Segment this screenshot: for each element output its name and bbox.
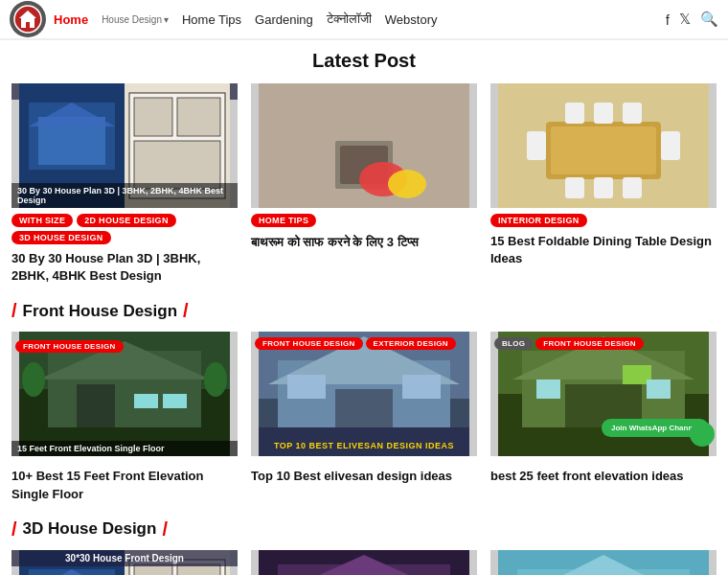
tag-2d-design[interactable]: 2D HOUSE DESIGN — [77, 214, 176, 227]
front-card3-title[interactable]: best 25 feet front elevation ideas — [490, 468, 717, 485]
svg-rect-19 — [527, 131, 546, 160]
svg-rect-51 — [647, 380, 671, 399]
card1-tags: WITH SIZE 2D HOUSE DESIGN 3D HOUSE DESIG… — [11, 214, 238, 244]
svg-rect-25 — [594, 177, 613, 198]
front3-tag-overlay: BLOG FRONT HOUSE DESIGN — [494, 337, 644, 350]
svg-rect-24 — [565, 177, 584, 198]
front1-tag-overlay: FRONT HOUSE DESIGN — [15, 337, 124, 352]
main-content: Latest Post 30*30 House Front Design — [0, 40, 728, 575]
card1-title[interactable]: 30 By 30 House Plan 3D | 3BHK, 2BHK, 4BH… — [11, 250, 238, 285]
front-card1-title[interactable]: 10+ Best 15 Feet Front Elevation Single … — [11, 468, 238, 502]
3d-card2-thumb[interactable] — [251, 550, 477, 575]
svg-point-35 — [204, 362, 227, 397]
svg-rect-23 — [623, 103, 642, 124]
card3-title[interactable]: 15 Best Foldable Dining Table Design Ide… — [490, 233, 717, 267]
3d-card1-label: 30*30 House Front Design — [11, 550, 238, 566]
svg-rect-32 — [134, 394, 158, 408]
site-logo[interactable] — [10, 1, 46, 37]
svg-rect-22 — [594, 103, 613, 124]
front-card2-thumb[interactable]: FRONT HOUSE DESIGN EXTERIOR DESIGN TOP 1… — [251, 332, 477, 456]
latest-post-grid: 30*30 House Front Design 30 By 30 House … — [11, 83, 717, 285]
nav-house-design[interactable]: House Design ▾ — [102, 14, 169, 25]
3d-house-grid: 30*30 House Front Design — [11, 550, 717, 575]
nav-home-tips[interactable]: Home Tips — [182, 12, 241, 27]
svg-rect-42 — [402, 375, 441, 399]
front-card2-title[interactable]: Top 10 Best elivesan design ideas — [251, 468, 477, 485]
site-header: Home House Design ▾ Home Tips Gardening … — [0, 0, 728, 40]
front-house-grid: FRONT HOUSE DESIGN 15 Feet Front Elevati… — [11, 332, 717, 502]
search-icon[interactable]: 🔍 — [700, 11, 718, 28]
tag-with-size[interactable]: WITH SIZE — [11, 214, 73, 227]
svg-rect-20 — [661, 131, 680, 160]
svg-rect-21 — [565, 103, 584, 124]
facebook-icon[interactable]: f — [666, 12, 670, 28]
main-nav: Home House Design ▾ Home Tips Gardening … — [54, 12, 666, 27]
front1-overlay: 15 Feet Front Elevation Single Floor — [11, 441, 238, 456]
nav-technology[interactable]: टेक्नोलॉजी — [327, 12, 372, 27]
svg-rect-7 — [134, 98, 172, 136]
svg-point-15 — [388, 170, 426, 198]
svg-rect-33 — [163, 394, 187, 408]
3d-card3-thumb[interactable] — [490, 550, 717, 575]
3d-house-section-title: / 3D House Design / — [11, 518, 717, 540]
card2-thumb[interactable] — [251, 83, 477, 208]
tag-home-tips[interactable]: HOME TIPS — [251, 214, 316, 227]
nav-home[interactable]: Home — [54, 12, 88, 27]
tag-interior-design[interactable]: INTERIOR DESIGN — [490, 214, 587, 227]
front2-tag-overlay: FRONT HOUSE DESIGN EXTERIOR DESIGN — [255, 337, 456, 350]
header-icons: f 𝕏 🔍 — [666, 11, 718, 28]
latest-post-card-3: INTERIOR DESIGN 15 Best Foldable Dining … — [490, 83, 717, 285]
svg-rect-50 — [536, 380, 560, 399]
svg-rect-31 — [77, 384, 115, 427]
svg-point-34 — [22, 362, 45, 397]
front-card-2: FRONT HOUSE DESIGN EXTERIOR DESIGN TOP 1… — [251, 332, 477, 502]
card2-tags: HOME TIPS — [251, 214, 477, 227]
3d-card-3 — [490, 550, 717, 575]
3d-card-1: 30*30 House Front Design — [11, 550, 238, 575]
twitter-icon[interactable]: 𝕏 — [679, 11, 691, 28]
latest-post-card-1: 30*30 House Front Design 30 By 30 House … — [11, 83, 238, 285]
svg-rect-41 — [287, 375, 326, 399]
front2-overlay: TOP 10 BEST ELIVESAN DESIGN IDEAS — [251, 441, 477, 450]
card3-thumb[interactable] — [490, 83, 717, 208]
3d-card1-thumb[interactable]: 30*30 House Front Design — [11, 550, 238, 575]
svg-rect-8 — [177, 98, 220, 136]
latest-post-card-2: HOME TIPS बाथरूम को साफ करने के लिए 3 टि… — [251, 83, 477, 285]
nav-webstory[interactable]: Webstory — [385, 12, 438, 27]
front-house-section-title: / Front House Design / — [11, 300, 717, 322]
svg-rect-18 — [551, 126, 656, 174]
svg-rect-40 — [335, 389, 393, 427]
latest-post-title: Latest Post — [11, 50, 717, 72]
front-card1-thumb[interactable]: FRONT HOUSE DESIGN 15 Feet Front Elevati… — [11, 332, 238, 456]
tag-3d-design[interactable]: 3D HOUSE DESIGN — [11, 231, 111, 244]
card1-thumb[interactable]: 30*30 House Front Design 30 By 30 House … — [11, 83, 238, 208]
nav-gardening[interactable]: Gardening — [255, 12, 313, 27]
svg-rect-26 — [623, 177, 642, 198]
3d-card-2 — [251, 550, 477, 575]
card1-bottom-label: 30 By 30 House Plan 3D | 3BHK, 2BHK, 4BH… — [11, 183, 238, 208]
svg-rect-9 — [134, 141, 220, 189]
card3-tags: INTERIOR DESIGN — [490, 214, 717, 227]
front-card-3: BLOG FRONT HOUSE DESIGN Join WhatsApp Ch… — [490, 332, 717, 502]
front-card-1: FRONT HOUSE DESIGN 15 Feet Front Elevati… — [11, 332, 238, 502]
front-card3-thumb[interactable]: BLOG FRONT HOUSE DESIGN Join WhatsApp Ch… — [490, 332, 717, 456]
card2-title[interactable]: बाथरूम को साफ करने के लिए 3 टिप्स — [251, 233, 477, 252]
